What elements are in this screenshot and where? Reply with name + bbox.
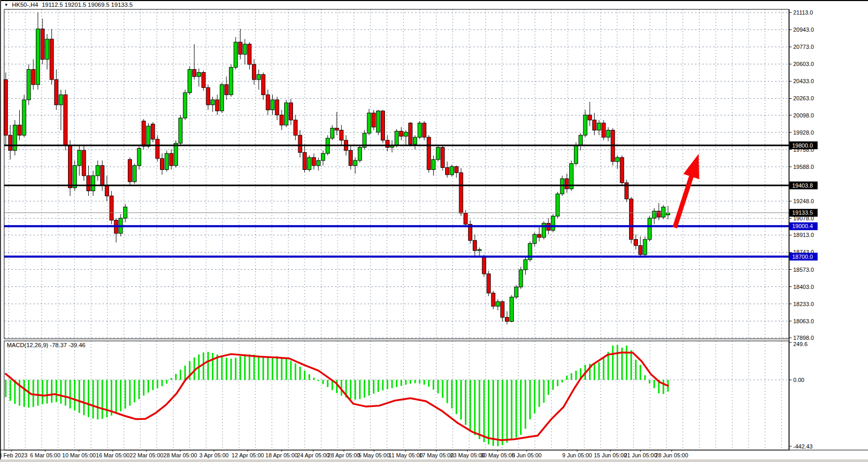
macd-histogram-bar [166, 380, 167, 384]
bull-candle [243, 44, 247, 54]
bull-candle [358, 148, 362, 161]
bear-candle [8, 135, 12, 150]
macd-histogram-bar [410, 380, 411, 384]
macd-histogram-bar [386, 380, 388, 389]
bear-candle [487, 274, 490, 293]
date-label: 5 Jun 05:00 [512, 452, 542, 458]
macd-histogram-bar [492, 380, 494, 446]
bull-candle [220, 85, 224, 111]
bull-candle [551, 216, 555, 230]
macd-histogram-bar [267, 358, 269, 380]
price-tick-label: 19928.0 [793, 129, 814, 136]
macd-histogram-bar [212, 353, 213, 380]
macd-tick-label: 0.00 [793, 377, 804, 383]
bear-candle [638, 245, 642, 255]
date-label: 28 Apr 05:00 [328, 452, 360, 458]
price-tick-label: 20263.0 [793, 95, 814, 101]
macd-histogram-bar [92, 380, 94, 418]
macd-histogram-bar [598, 362, 600, 380]
macd-histogram-bar [603, 357, 605, 380]
macd-histogram-bar [65, 380, 66, 406]
macd-histogram-bar [290, 361, 291, 380]
bear-candle [18, 125, 21, 135]
bear-candle [100, 166, 104, 186]
bull-candle [606, 130, 610, 137]
bear-candle [224, 85, 228, 95]
macd-histogram-bar [350, 380, 352, 399]
bear-candle [156, 139, 159, 159]
bull-candle [132, 166, 136, 182]
ohlc-values: 19112.5 19201.5 19069.5 19133.5 [42, 2, 132, 8]
bear-candle [303, 152, 306, 169]
bear-candle [64, 95, 68, 145]
macd-histogram-bar [539, 380, 540, 407]
macd-histogram-bar [207, 352, 209, 380]
bear-candle [505, 318, 509, 322]
bear-candle [441, 148, 445, 168]
macd-histogram-bar [644, 375, 646, 380]
bull-candle [234, 42, 237, 68]
macd-histogram-bar [571, 373, 572, 380]
macd-histogram-bar [253, 355, 255, 380]
bull-candle [174, 143, 178, 166]
bear-candle [491, 293, 495, 306]
date-label: 21 Jun 05:00 [624, 452, 657, 458]
macd-histogram-bar [143, 380, 144, 395]
macd-histogram-bar [157, 380, 158, 388]
bull-candle [418, 123, 421, 137]
bear-candle [427, 137, 431, 169]
bull-candle [579, 135, 582, 145]
macd-histogram-bar [525, 380, 526, 429]
bear-candle [349, 150, 353, 165]
macd-histogram-bar [488, 380, 489, 444]
price-tick-label: 20943.0 [793, 27, 814, 33]
price-tick-label: 18403.0 [793, 284, 814, 290]
macd-histogram-bar [235, 358, 236, 380]
bear-candle [128, 160, 132, 182]
macd-histogram-bar [460, 380, 462, 419]
bear-candle [620, 157, 624, 183]
macd-histogram-bar [78, 380, 80, 413]
macd-histogram-bar [534, 380, 536, 414]
macd-histogram-bar [368, 380, 370, 395]
macd-histogram-bar [309, 374, 310, 380]
macd-histogram-bar [470, 380, 471, 430]
bear-candle [202, 72, 205, 87]
macd-histogram-bar [639, 365, 641, 380]
bull-candle [257, 74, 260, 80]
macd-histogram-bar [56, 380, 57, 402]
bear-candle [266, 95, 270, 110]
macd-histogram-bar [88, 380, 89, 417]
date-label: 28 Mar 05:00 [164, 452, 197, 458]
date-label: 10 Mar 05:00 [62, 452, 96, 458]
bear-candle [55, 80, 58, 105]
macd-histogram-bar [456, 380, 457, 414]
bull-candle [285, 103, 288, 125]
price-tick-label: 17898.0 [793, 335, 814, 341]
macd-histogram-bar [203, 352, 204, 380]
macd-histogram-bar [170, 378, 172, 380]
bear-candle [634, 240, 637, 246]
bear-candle [538, 234, 541, 237]
bear-candle [473, 241, 477, 250]
date-label: 6 Mar 05:00 [30, 452, 61, 458]
date-label: 9 Jun 05:00 [562, 452, 592, 458]
chart-canvas[interactable]: 21113.020943.020773.020603.020433.020263… [0, 0, 868, 462]
bear-candle [216, 100, 219, 111]
macd-histogram-bar [566, 376, 568, 380]
bear-candle [32, 70, 35, 85]
macd-histogram-bar [557, 380, 558, 386]
macd-histogram-bar [138, 380, 140, 399]
macd-histogram-bar [594, 363, 595, 380]
macd-histogram-bar [415, 380, 416, 383]
macd-histogram-bar [184, 366, 186, 380]
macd-histogram-bar [543, 380, 544, 403]
bear-candle [4, 80, 8, 135]
chevron-down-icon[interactable]: ▼ [4, 3, 8, 7]
bear-candle [340, 130, 343, 140]
bear-candle [464, 213, 468, 224]
macd-histogram-bar [33, 380, 34, 407]
chart-title: ▼ HK50-,H4 19112.5 19201.5 19069.5 19133… [4, 2, 132, 8]
macd-histogram-bar [258, 355, 259, 380]
price-tick-label: 18233.0 [793, 301, 814, 307]
